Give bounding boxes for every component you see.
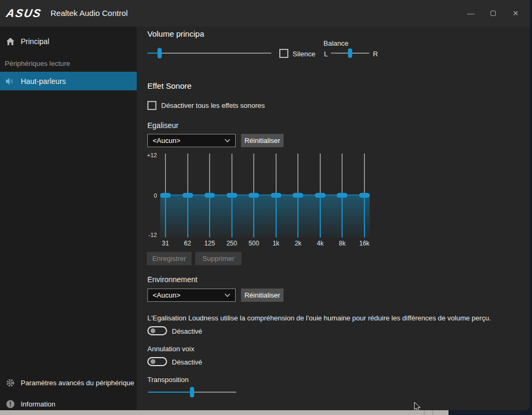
balance-left-label: L [324, 50, 328, 58]
eq-track-lower [342, 196, 343, 238]
eq-band-slider-62[interactable]: 62 [182, 152, 193, 251]
save-preset-button[interactable]: Enregistrer [147, 252, 192, 265]
loudness-state-label: Désactivé [172, 327, 202, 335]
eq-slider-handle[interactable] [160, 193, 171, 198]
eq-scale-label: 0 [144, 192, 157, 199]
eq-band-slider-125[interactable]: 125 [204, 152, 215, 251]
eq-band-label: 2k [287, 240, 309, 247]
balance-slider[interactable] [331, 53, 369, 54]
maximize-button[interactable] [482, 5, 504, 21]
silence-checkbox[interactable] [279, 49, 288, 58]
eq-band-label: 4k [310, 240, 331, 247]
titlebar: ASUS Realtek Audio Control — ✕ [0, 0, 530, 27]
environment-preset-value: <Aucun> [153, 291, 180, 299]
sidebar-item-principal[interactable]: Principal [0, 32, 137, 50]
transposition-slider-fill [148, 392, 192, 393]
toggle-knob [151, 359, 155, 364]
sidebar-item-label: Haut-parleurs [21, 77, 66, 86]
environment-preset-dropdown[interactable]: <Aucun> [147, 289, 236, 302]
minimize-button[interactable]: — [460, 5, 482, 21]
silence-label: Silence [293, 50, 315, 58]
eq-band-slider-2k[interactable]: 2k [293, 152, 303, 251]
gear-icon [5, 378, 15, 388]
eq-band-slider-500[interactable]: 500 [248, 152, 259, 251]
eq-band-slider-16k[interactable]: 16k [359, 152, 370, 251]
equalizer-panel: 31621252505001k2k4k8k16k +120-12 [144, 152, 378, 251]
environment-label: Environnement [147, 275, 197, 284]
eq-band-slider-31[interactable]: 31 [160, 152, 171, 251]
volume-slider-handle[interactable] [157, 48, 162, 58]
voice-cancellation-label: Annulation voix [147, 345, 194, 353]
eq-track-upper [364, 154, 365, 196]
mouse-cursor [414, 402, 421, 412]
app-title: Realtek Audio Control [51, 9, 128, 18]
eq-band-label: 500 [243, 240, 264, 247]
eq-slider-handle[interactable] [337, 193, 347, 198]
voice-cancellation-toggle[interactable] [147, 357, 167, 366]
maximize-icon [491, 11, 496, 16]
eq-track-lower [231, 196, 232, 238]
eq-scale-label: -12 [144, 232, 157, 238]
eq-track-lower [209, 196, 210, 238]
close-button[interactable]: ✕ [504, 5, 527, 21]
disable-effects-checkbox[interactable] [147, 101, 156, 110]
eq-scale-label: +12 [144, 152, 157, 158]
eq-track-lower [187, 196, 188, 238]
balance-slider-handle[interactable] [348, 48, 352, 58]
sidebar-item-speakers[interactable]: Haut-parleurs [0, 72, 137, 90]
eq-slider-handle[interactable] [293, 193, 303, 198]
eq-band-label: 62 [177, 240, 198, 247]
eq-band-label: 1k [265, 240, 287, 247]
app-window: ASUS Realtek Audio Control — ✕ Principal… [0, 0, 530, 410]
eq-band-slider-8k[interactable]: 8k [337, 152, 347, 251]
eq-slider-handle[interactable] [248, 193, 259, 198]
eq-track-lower [165, 196, 166, 238]
scrollbar-divider [424, 410, 425, 415]
eq-band-label: 125 [199, 240, 220, 247]
sound-effect-title: Effet Sonore [147, 81, 192, 90]
horizontal-scrollbar[interactable] [0, 410, 448, 415]
transposition-label: Transposition [147, 376, 189, 384]
eq-band-label: 250 [221, 240, 243, 247]
asus-logo: ASUS [5, 7, 43, 20]
sidebar-item-advanced-settings[interactable]: Paramètres avancés du périphérique [0, 374, 137, 392]
chevron-down-icon [225, 139, 230, 142]
eq-band-slider-4k[interactable]: 4k [315, 152, 326, 251]
transposition-slider[interactable] [148, 392, 236, 393]
equalizer-preset-dropdown[interactable]: <Aucun> [147, 134, 236, 147]
main-content: Volume principa Silence Balance L R Effe… [137, 27, 530, 410]
eq-band-label: 8k [331, 240, 353, 247]
scrollbar-divider [433, 410, 433, 415]
sidebar-section-playback: Périphériques lecture [5, 60, 70, 67]
sidebar-item-label: Principal [21, 37, 49, 46]
eq-track-upper [320, 154, 321, 196]
eq-slider-handle[interactable] [227, 193, 237, 198]
eq-band-label: 31 [155, 240, 176, 247]
eq-slider-handle[interactable] [271, 193, 281, 198]
eq-band-slider-1k[interactable]: 1k [271, 152, 281, 251]
eq-track-lower [320, 196, 321, 238]
balance-right-label: R [373, 50, 378, 58]
sidebar-item-information[interactable]: Information [0, 395, 137, 410]
speaker-icon [5, 77, 15, 86]
eq-track-upper [253, 154, 254, 196]
eq-slider-handle[interactable] [359, 193, 370, 198]
environment-reset-button[interactable]: Réinitialiser [241, 289, 284, 302]
info-icon [5, 400, 15, 409]
eq-slider-handle[interactable] [315, 193, 326, 198]
eq-track-lower [276, 196, 277, 238]
eq-slider-handle[interactable] [204, 193, 215, 198]
delete-preset-button[interactable]: Supprimer [195, 252, 242, 265]
disable-effects-label: Désactiver tous les effets sonores [161, 101, 265, 109]
volume-slider[interactable] [147, 53, 271, 54]
eq-band-slider-250[interactable]: 250 [227, 152, 237, 251]
equalizer-reset-button[interactable]: Réinitialiser [241, 134, 284, 147]
toggle-knob [151, 328, 155, 333]
eq-track-lower [297, 196, 298, 238]
loudness-toggle[interactable] [147, 326, 167, 335]
eq-track-upper [276, 154, 277, 196]
sidebar-item-label: Information [21, 400, 55, 408]
transposition-slider-handle[interactable] [190, 387, 194, 397]
eq-track-upper [187, 154, 188, 196]
eq-slider-handle[interactable] [182, 193, 193, 198]
